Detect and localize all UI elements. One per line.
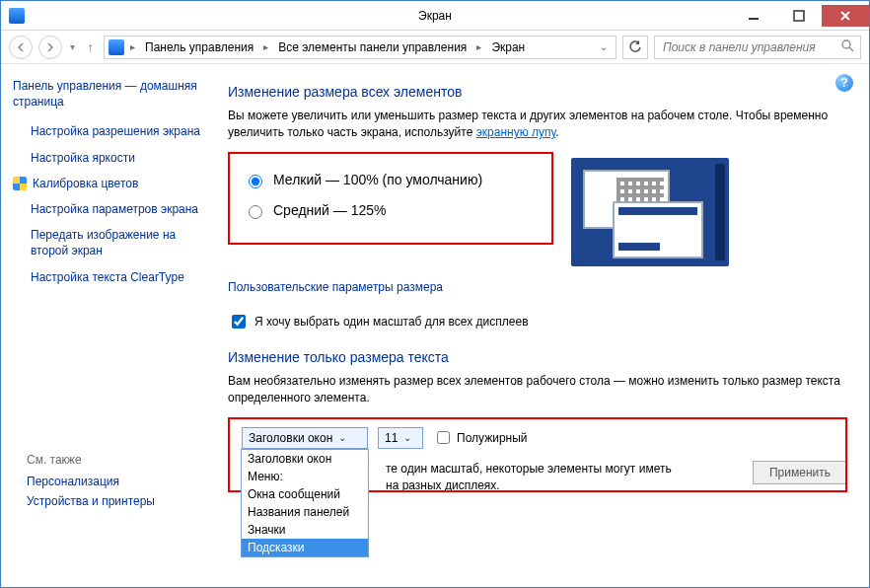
dropdown-opt-msgbox[interactable]: Окна сообщений	[242, 485, 368, 503]
custom-size-link[interactable]: Пользовательские параметры размера	[228, 280, 847, 294]
radio-medium[interactable]: Средний — 125%	[244, 202, 538, 219]
nav-toolbar: ▾ ↑ ▸ Панель управления ▸ Все элементы п…	[1, 31, 869, 64]
radio-small-input[interactable]	[249, 175, 262, 188]
refresh-button[interactable]	[622, 36, 648, 59]
description-text-size: Вам необязательно изменять размер всех э…	[228, 373, 847, 407]
scale-options-highlight: Мелкий — 100% (по умолчанию) Средний — 1…	[228, 152, 553, 245]
breadcrumb-seg-2[interactable]: Все элементы панели управления	[274, 38, 471, 56]
element-select[interactable]: Заголовки окон ⌄	[242, 427, 368, 449]
bold-label: Полужирный	[457, 431, 528, 445]
up-button[interactable]: ↑	[83, 39, 98, 55]
window-titlebar: Экран	[1, 1, 869, 31]
window-buttons	[731, 5, 869, 27]
bold-input[interactable]	[437, 431, 450, 444]
svg-rect-0	[749, 18, 759, 20]
control-panel-home-link[interactable]: Панель управления — домашняя страница	[13, 78, 206, 110]
sidebar: Панель управления — домашняя страница На…	[1, 64, 218, 587]
sidebar-link-resolution[interactable]: Настройка разрешения экрана	[31, 123, 206, 139]
minimize-button[interactable]	[731, 5, 776, 27]
heading-text-size: Изменение только размера текста	[228, 349, 847, 365]
sidebar-link-cleartype[interactable]: Настройка текста ClearType	[31, 269, 206, 285]
see-also-personalization[interactable]: Персонализация	[27, 475, 214, 488]
chevron-down-icon: ⌄	[338, 432, 346, 443]
search-icon	[840, 38, 854, 55]
back-button[interactable]	[9, 36, 33, 59]
radio-medium-label: Средний — 125%	[273, 202, 387, 218]
description-resize-all: Вы можете увеличить или уменьшить размер…	[228, 108, 847, 142]
main-content: ? Изменение размера всех элементов Вы мо…	[218, 64, 869, 587]
history-dropdown-icon[interactable]: ▾	[68, 41, 77, 52]
search-box[interactable]	[654, 36, 861, 59]
window-title: Экран	[418, 9, 452, 23]
see-also-devices[interactable]: Устройства и принтеры	[27, 494, 214, 508]
dropdown-opt-icons[interactable]: Значки	[242, 521, 368, 539]
address-dropdown-icon[interactable]: ⌄	[596, 41, 612, 52]
shield-icon	[13, 177, 27, 190]
magnifier-link[interactable]: экранную лупу	[476, 125, 556, 139]
dropdown-opt-tooltips[interactable]: Подсказки	[242, 539, 368, 556]
one-scale-label: Я хочу выбрать один масштаб для всех дис…	[254, 315, 529, 329]
search-input[interactable]	[661, 39, 840, 55]
radio-small[interactable]: Мелкий — 100% (по умолчанию)	[244, 172, 538, 188]
breadcrumb-seg-1[interactable]: Панель управления	[141, 38, 257, 56]
one-scale-checkbox[interactable]: Я хочу выбрать один масштаб для всех дис…	[228, 312, 847, 331]
font-size-select[interactable]: 11 ⌄	[378, 427, 423, 449]
forward-button[interactable]	[38, 36, 62, 59]
maximize-button[interactable]	[776, 5, 822, 27]
radio-medium-input[interactable]	[249, 205, 262, 219]
dropdown-opt-panels[interactable]: Названия панелей	[242, 503, 368, 521]
one-scale-input[interactable]	[232, 315, 246, 329]
dropdown-opt-menu[interactable]: Меню:	[242, 468, 368, 485]
address-bar[interactable]: ▸ Панель управления ▸ Все элементы панел…	[104, 36, 616, 59]
chevron-down-icon: ⌄	[403, 432, 411, 443]
breadcrumb-sep-icon: ▸	[474, 41, 483, 52]
radio-small-label: Мелкий — 100% (по умолчанию)	[273, 172, 482, 187]
help-icon[interactable]: ?	[835, 74, 853, 92]
element-dropdown: Заголовки окон Меню: Окна сообщений Назв…	[241, 449, 369, 557]
heading-resize-all: Изменение размера всех элементов	[228, 84, 847, 100]
sidebar-link-calibration[interactable]: Калибровка цветов	[13, 176, 206, 191]
location-icon	[109, 39, 124, 55]
dropdown-opt-titles[interactable]: Заголовки окон	[242, 450, 368, 468]
svg-point-2	[842, 40, 850, 48]
see-also-header: См. также	[27, 453, 214, 467]
preview-image	[571, 158, 729, 266]
bold-checkbox[interactable]: Полужирный	[433, 428, 528, 447]
app-icon	[9, 8, 25, 24]
sidebar-link-display-settings[interactable]: Настройка параметров экрана	[31, 201, 206, 217]
text-size-controls: Заголовки окон ⌄ Заголовки окон Меню: Ок…	[242, 427, 834, 449]
text-size-highlight: Заголовки окон ⌄ Заголовки окон Меню: Ок…	[228, 417, 847, 492]
scale-radios: Мелкий — 100% (по умолчанию) Средний — 1…	[244, 172, 538, 219]
breadcrumb-seg-3[interactable]: Экран	[487, 38, 529, 56]
breadcrumb-sep-icon: ▸	[128, 41, 137, 52]
element-select-value: Заголовки окон	[249, 431, 332, 445]
sidebar-link-label: Калибровка цветов	[33, 176, 138, 191]
breadcrumb-sep-icon: ▸	[261, 41, 270, 52]
font-size-value: 11	[385, 431, 398, 445]
sidebar-link-brightness[interactable]: Настройка яркости	[31, 150, 206, 166]
sidebar-link-project[interactable]: Передать изображение на второй экран	[31, 227, 206, 258]
close-button[interactable]	[822, 5, 869, 27]
svg-rect-1	[794, 11, 804, 21]
